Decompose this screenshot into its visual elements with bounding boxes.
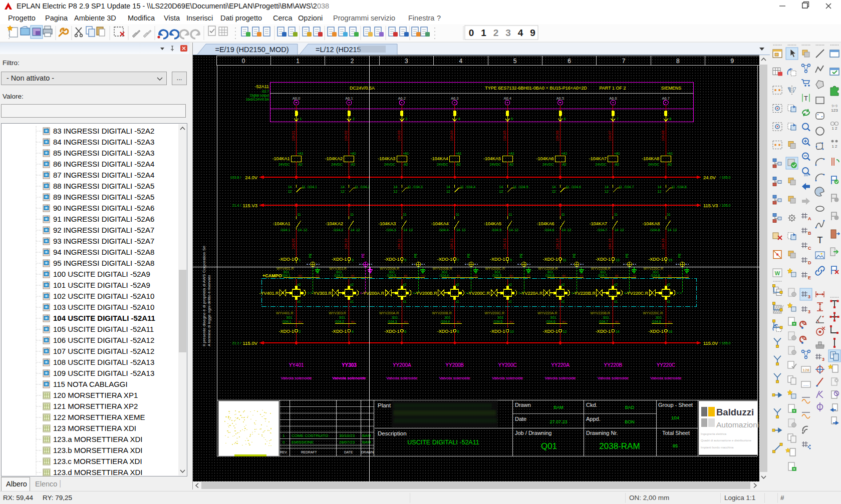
svg-text:115 NOTA CABLAGGI: 115 NOTA CABLAGGI	[53, 380, 128, 388]
svg-text:10: 10	[510, 330, 514, 333]
svg-text:BK: BK	[668, 274, 672, 277]
svg-text:5: 5	[511, 117, 513, 121]
svg-text:104.02: 104.02	[344, 130, 348, 141]
svg-text:BU: BU	[615, 320, 619, 323]
svg-text:-XDO-1: -XDO-1	[542, 257, 558, 262]
svg-text:-YV220C.R: -YV220C.R	[626, 291, 649, 296]
svg-text:123.d MORSETTIERA XDI: 123.d MORSETTIERA XDI	[53, 468, 142, 476]
svg-text:12: 12	[552, 190, 556, 193]
svg-text:128: 128	[802, 368, 809, 372]
svg-text:-104KA2: -104KA2	[326, 221, 343, 226]
svg-text:3: 3	[808, 309, 810, 314]
svg-text:YG: YG	[421, 274, 425, 277]
svg-text:Group - Sheet: Group - Sheet	[658, 402, 693, 408]
svg-text:1: 1	[299, 258, 301, 262]
svg-text:123 MORSETTIERA XDI: 123 MORSETTIERA XDI	[53, 424, 136, 432]
svg-text:/104.7: /104.7	[597, 228, 607, 232]
svg-text:2: 2	[353, 117, 355, 121]
svg-text:3G1: 3G1	[336, 270, 343, 274]
svg-text:USCITE DIGITALI -52A11: USCITE DIGITALI -52A11	[407, 439, 479, 446]
svg-text:21.4 /: 21.4 /	[232, 204, 241, 207]
svg-text:BK: BK	[351, 274, 355, 277]
svg-text:7: 7	[622, 58, 626, 65]
svg-text:84 INGRESSI DIGITALI -52A3: 84 INGRESSI DIGITALI -52A3	[53, 138, 154, 146]
svg-text:/104.8: /104.8	[652, 320, 661, 323]
svg-text:/104.6: /104.6	[545, 274, 554, 277]
svg-text:/104.6: /104.6	[546, 320, 555, 323]
svg-text:104.03: 104.03	[397, 130, 401, 141]
svg-text:3: 3	[352, 258, 354, 262]
svg-text:/104.3: /104.3	[413, 185, 423, 189]
svg-text:30/10/23: 30/10/23	[339, 433, 355, 438]
svg-text:/104.4: /104.4	[441, 320, 450, 323]
svg-text:14: 14	[351, 228, 355, 232]
svg-text:12: 12	[499, 190, 503, 193]
svg-text:-XDO-1: -XDO-1	[490, 257, 505, 262]
svg-text:PE: PE	[625, 253, 629, 258]
svg-text:123.a MORSETTIERA XDI: 123.a MORSETTIERA XDI	[53, 435, 142, 443]
svg-text:WYV303.R: WYV303.R	[329, 311, 346, 315]
svg-text:-XDO-1: -XDO-1	[278, 257, 294, 262]
svg-text:-XDO-1: -XDO-1	[596, 329, 611, 334]
svg-text:-XDO-1: -XDO-1	[648, 257, 664, 262]
svg-text:YG: YG	[368, 274, 372, 277]
svg-text:/104.7: /104.7	[599, 320, 608, 323]
svg-text:/104.6: /104.6	[544, 228, 554, 232]
svg-text:3: 3	[405, 117, 407, 121]
svg-text:5: 5	[513, 58, 517, 65]
svg-text:115.0V: 115.0V	[243, 340, 258, 346]
svg-text:-XDO-1: -XDO-1	[596, 257, 611, 262]
svg-text:123.c MORSETTIERA XDI: 123.c MORSETTIERA XDI	[53, 457, 142, 465]
svg-text:YY303: YY303	[342, 362, 357, 368]
svg-text:YG: YG	[685, 274, 689, 277]
svg-text:-XDO-1: -XDO-1	[437, 257, 453, 262]
svg-text:/104.8: /104.8	[677, 185, 687, 189]
svg-text:115.0V: 115.0V	[703, 340, 718, 346]
svg-text:PE: PE	[309, 253, 312, 258]
svg-text:x1: x1	[562, 300, 565, 303]
svg-text:3G1: 3G1	[497, 316, 504, 319]
svg-text:PE: PE	[573, 253, 576, 258]
svg-text:BU: BU	[299, 320, 303, 323]
svg-text:-52A11: -52A11	[255, 84, 269, 89]
svg-text:/104.5: /104.5	[518, 185, 528, 189]
svg-text:x1: x1	[298, 300, 301, 303]
svg-text:BU: BU	[351, 320, 355, 323]
svg-text:108 USCITE DIGITALI -52A13: 108 USCITE DIGITALI -52A13	[53, 358, 154, 366]
svg-text:4: 4	[458, 117, 460, 121]
svg-text:122 MORSETTIERA XEME: 122 MORSETTIERA XEME	[53, 413, 145, 421]
svg-text:121 MORSETTIERA XP2: 121 MORSETTIERA XP2	[53, 402, 138, 410]
svg-text:2: 2	[299, 330, 301, 333]
svg-text:/104.4: /104.4	[466, 185, 476, 189]
svg-text:BK: BK	[299, 274, 303, 277]
svg-text:B: B	[808, 231, 811, 236]
svg-text:105 USCITE DIGITALI -52A11: 105 USCITE DIGITALI -52A11	[53, 325, 154, 333]
svg-text:-XDO-1: -XDO-1	[384, 257, 400, 262]
svg-text:Valvola solenoide: Valvola solenoide	[332, 376, 366, 380]
svg-text:Valvola solenoide: Valvola solenoide	[650, 376, 682, 380]
svg-text:24VDC: 24VDC	[542, 163, 554, 166]
svg-text:Valvola solenoide: Valvola solenoide	[544, 376, 576, 380]
svg-text:+A1: +A1	[508, 152, 514, 155]
svg-text:11: 11	[460, 185, 464, 189]
svg-text:-XDO-1: -XDO-1	[332, 257, 347, 262]
svg-text:12: 12	[605, 190, 609, 193]
svg-text:3G1: 3G1	[283, 270, 290, 274]
svg-text:YG: YG	[316, 274, 320, 277]
svg-text:8: 8	[669, 117, 671, 121]
svg-text:11: 11	[619, 185, 622, 189]
svg-text:88 INGRESSI DIGITALI -52A5: 88 INGRESSI DIGITALI -52A5	[53, 182, 154, 190]
svg-text:104.07: 104.07	[608, 130, 612, 141]
svg-text:7: 7	[617, 117, 619, 121]
svg-text:C: C	[808, 246, 811, 251]
svg-text:123: 123	[831, 108, 838, 113]
svg-text:15: 15	[668, 258, 672, 262]
svg-text:YY200C: YY200C	[498, 362, 516, 368]
svg-text:BAM: BAM	[362, 433, 371, 438]
svg-text:Valvola solenoide: Valvola solenoide	[598, 376, 629, 380]
svg-text:7: 7	[457, 258, 459, 262]
svg-text:-104KA3: -104KA3	[378, 221, 396, 226]
svg-text:3G1: 3G1	[656, 316, 662, 319]
svg-text:11: 11	[671, 185, 675, 189]
svg-text:/104.4: /104.4	[440, 274, 449, 277]
